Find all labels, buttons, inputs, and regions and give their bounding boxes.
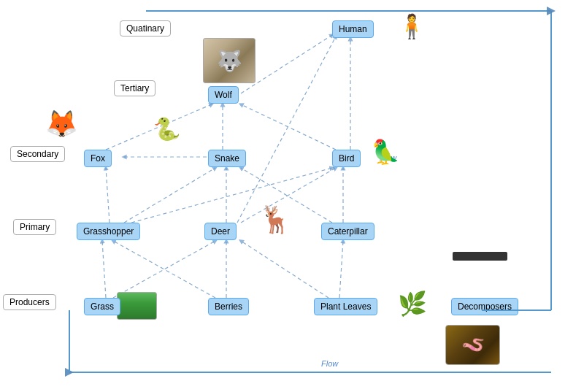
flow-label-bottom: Flow (321, 359, 338, 368)
fox-image: 🦊 (45, 111, 78, 137)
node-plant-leaves[interactable]: Plant Leaves (314, 298, 377, 315)
level-primary: Primary (13, 219, 56, 235)
svg-line-14 (131, 168, 332, 223)
node-grasshopper[interactable]: Grasshopper (77, 223, 140, 240)
snake-image: 🐍 (153, 118, 180, 140)
decomposer-bar (453, 252, 507, 261)
level-tertiary: Tertiary (114, 80, 155, 96)
level-quaternary: Quatinary (120, 20, 171, 36)
svg-line-13 (124, 168, 215, 223)
decomposer-image: 🪱 (445, 325, 500, 365)
node-snake[interactable]: Snake (208, 150, 246, 167)
node-wolf[interactable]: Wolf (208, 86, 239, 104)
node-deer[interactable]: Deer (204, 223, 237, 240)
bird-image: 🦜 (371, 140, 400, 164)
node-grass[interactable]: Grass (84, 298, 120, 315)
svg-line-12 (106, 168, 110, 223)
leaves-image: 🌿 (398, 292, 427, 315)
node-caterpillar[interactable]: Caterpillar (321, 223, 374, 240)
svg-line-7 (113, 241, 215, 298)
node-berries[interactable]: Berries (208, 298, 249, 315)
svg-line-11 (241, 241, 328, 298)
node-decomposers[interactable]: Decomposers (451, 298, 518, 315)
svg-line-10 (339, 241, 343, 298)
node-bird[interactable]: Bird (332, 150, 361, 167)
svg-line-21 (241, 104, 336, 150)
node-fox[interactable]: Fox (84, 150, 112, 167)
wolf-image: 🐺 (203, 38, 256, 83)
grass-image (117, 292, 157, 320)
level-secondary: Secondary (10, 146, 65, 162)
node-human[interactable]: Human (332, 20, 374, 38)
level-producers: Producers (3, 294, 56, 310)
svg-line-6 (102, 241, 106, 298)
deer-image: 🦌 (259, 207, 292, 233)
human-image: 🧍 (397, 15, 426, 38)
svg-line-8 (113, 241, 215, 298)
